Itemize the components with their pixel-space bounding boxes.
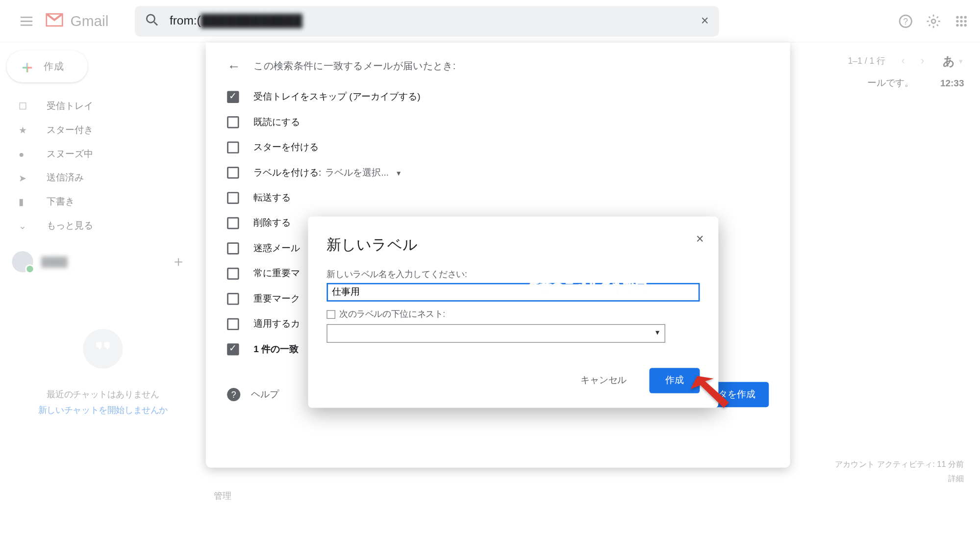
nav-icon: ➤ [19, 173, 32, 183]
help-circle-icon[interactable]: ? [227, 388, 240, 401]
filter-option-label: 1 件の一致 [253, 343, 299, 355]
search-clear-icon[interactable]: × [701, 13, 709, 28]
input-method-toggle[interactable]: あ [943, 53, 955, 69]
filter-option-label: 受信トレイをスキップ (アーカイブする) [253, 91, 420, 103]
sidebar: ＋ 作成 ☐受信トレイ★スター付き●スヌーズ中➤送信済み▮下書き⌄もっと見る █… [0, 43, 206, 539]
hamburger-icon [21, 16, 32, 26]
checkbox[interactable] [227, 343, 239, 355]
next-page-icon[interactable]: › [921, 55, 924, 67]
mail-time: 12:33 [940, 77, 964, 88]
mail-snippet: ールです。 [867, 77, 914, 89]
manage-label: 管理 [214, 490, 231, 502]
nav-icon: ⌄ [19, 221, 32, 231]
annotation-text: 任意のラベル名を設定 [528, 279, 648, 295]
nest-checkbox[interactable] [327, 310, 335, 319]
svg-point-3 [931, 19, 935, 23]
svg-point-4 [956, 16, 958, 18]
checkbox[interactable] [227, 293, 239, 305]
filter-option-3[interactable]: ラベルを付ける:ラベルを選択...▼ [227, 160, 769, 185]
checkbox[interactable] [227, 91, 239, 103]
checkbox[interactable] [227, 192, 239, 204]
chat-empty-msg: 最近のチャットはありません [0, 388, 206, 400]
sidebar-item-0[interactable]: ☐受信トレイ [0, 94, 206, 118]
checkbox[interactable] [227, 167, 239, 179]
activity-detail-link[interactable]: 詳細 [835, 472, 964, 486]
svg-marker-13 [690, 376, 729, 408]
dialog-title: 新しいラベル [327, 235, 700, 255]
hangouts-icon[interactable] [83, 329, 123, 368]
checkbox[interactable] [227, 217, 239, 229]
compose-button[interactable]: ＋ 作成 [7, 51, 88, 82]
checkbox[interactable] [227, 242, 239, 254]
filter-option-label: ラベルを付ける: [253, 167, 321, 179]
gmail-text: Gmail [71, 12, 109, 29]
prev-page-icon[interactable]: ‹ [901, 55, 905, 67]
search-bar[interactable]: from:( ████████████ × [135, 6, 720, 36]
filter-option-2[interactable]: スターを付ける [227, 135, 769, 160]
chevron-down-icon[interactable]: ▼ [396, 169, 402, 177]
svg-point-7 [956, 20, 958, 22]
svg-point-6 [964, 16, 966, 18]
svg-point-11 [960, 24, 962, 26]
nav-label: もっと見る [47, 220, 93, 231]
sidebar-item-3[interactable]: ➤送信済み [0, 166, 206, 190]
parent-label-select[interactable] [327, 324, 665, 343]
avatar[interactable] [12, 251, 33, 272]
filter-option-0[interactable]: 受信トレイをスキップ (アーカイブする) [227, 84, 769, 109]
chat-start-link[interactable]: 新しいチャットを開始しませんか [0, 405, 206, 416]
filter-option-label: 迷惑メール [253, 242, 300, 254]
svg-text:?: ? [903, 16, 908, 26]
search-text-blurred: ████████████ [201, 14, 302, 27]
checkbox[interactable] [227, 116, 239, 128]
svg-point-5 [960, 16, 962, 18]
checkbox[interactable] [227, 141, 239, 153]
help-label[interactable]: ヘルプ [251, 388, 279, 400]
chat-username: ████ [41, 257, 68, 267]
help-icon[interactable]: ? [898, 13, 914, 29]
search-icon [146, 13, 159, 29]
chevron-down-icon[interactable]: ▼ [957, 57, 964, 65]
apps-grid-icon[interactable] [954, 13, 970, 29]
account-activity: アカウント アクティビティ: 11 分前 [835, 458, 964, 472]
gear-icon[interactable] [926, 13, 942, 29]
nav-label: スター付き [47, 124, 93, 136]
plus-icon: ＋ [19, 55, 36, 78]
new-label-dialog: 新しいラベル × 新しいラベル名を入力してください: 次のラベルの下位にネスト:… [308, 217, 718, 408]
back-arrow-icon[interactable]: ← [227, 58, 240, 74]
svg-point-8 [960, 20, 962, 22]
svg-point-0 [147, 14, 155, 22]
checkbox[interactable] [227, 318, 239, 330]
nav-icon: ● [19, 149, 32, 159]
gmail-logo[interactable]: Gmail [45, 10, 108, 31]
cancel-button[interactable]: キャンセル [572, 369, 634, 392]
filter-option-label: 転送する [253, 192, 291, 204]
dialog-close-icon[interactable]: × [696, 231, 704, 246]
filter-option-label: 重要マーク [253, 293, 300, 305]
add-contact-icon[interactable]: ＋ [171, 252, 186, 272]
search-text-prefix: from:( [170, 14, 201, 27]
nav-label: 送信済み [47, 172, 84, 184]
filter-option-label: 適用するカ [253, 318, 300, 330]
filter-heading: この検索条件に一致するメールが届いたとき: [253, 60, 455, 73]
label-select-text[interactable]: ラベルを選択... [325, 167, 389, 179]
filter-option-4[interactable]: 転送する [227, 185, 769, 210]
compose-label: 作成 [44, 60, 64, 73]
main-menu-button[interactable] [11, 5, 43, 37]
filter-option-label: 常に重要マ [253, 268, 300, 280]
filter-option-label: 削除する [253, 217, 291, 229]
nav-label: スヌーズ中 [47, 148, 93, 160]
filter-option-label: スターを付ける [253, 141, 319, 153]
svg-point-10 [956, 24, 958, 26]
filter-option-1[interactable]: 既読にする [227, 109, 769, 134]
sidebar-item-1[interactable]: ★スター付き [0, 118, 206, 142]
nav-icon: ★ [19, 125, 32, 136]
sidebar-item-5[interactable]: ⌄もっと見る [0, 214, 206, 238]
nav-label: 下書き [47, 196, 75, 208]
sidebar-item-2[interactable]: ●スヌーズ中 [0, 142, 206, 166]
svg-point-12 [964, 24, 966, 26]
checkbox[interactable] [227, 268, 239, 280]
filter-option-label: 既読にする [253, 116, 300, 128]
nest-label-text: 次のラベルの下位にネスト: [339, 308, 445, 320]
sidebar-item-4[interactable]: ▮下書き [0, 190, 206, 214]
result-count: 1–1 / 1 行 [848, 55, 885, 67]
